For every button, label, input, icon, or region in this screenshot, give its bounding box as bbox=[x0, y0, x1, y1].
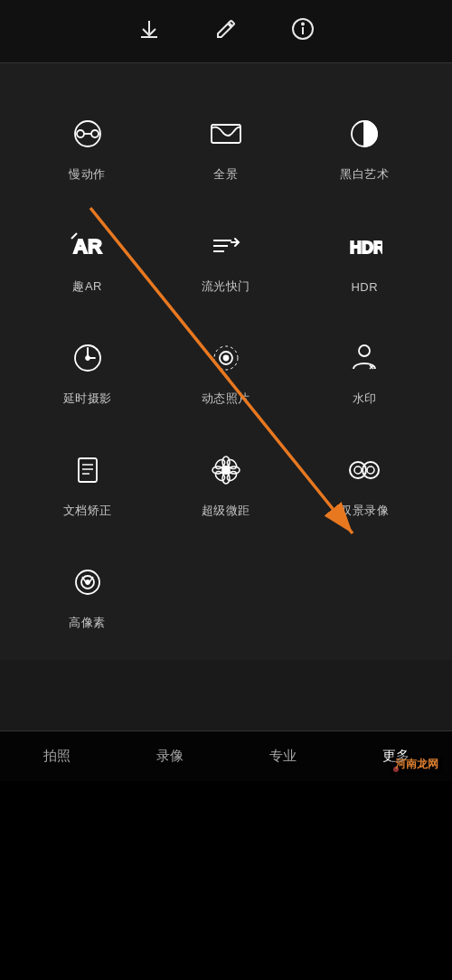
super-macro-icon bbox=[202, 447, 250, 494]
nav-video-label: 录像 bbox=[156, 748, 184, 765]
svg-point-21 bbox=[359, 345, 370, 356]
empty-slot-2 bbox=[296, 539, 434, 651]
grid-item-timelapse[interactable]: 延时摄影 bbox=[18, 315, 156, 427]
svg-point-38 bbox=[367, 466, 374, 474]
svg-text:HDR: HDR bbox=[350, 239, 382, 257]
grid-item-watermark[interactable]: 水印 bbox=[296, 315, 434, 427]
modes-grid: 慢动作 全景 黑白艺术 AR bbox=[18, 90, 434, 651]
grid-item-super-macro[interactable]: 超级微距 bbox=[156, 427, 295, 539]
svg-point-41 bbox=[86, 580, 89, 584]
svg-point-3 bbox=[302, 23, 304, 24]
toolbar bbox=[0, 0, 452, 63]
svg-point-5 bbox=[77, 130, 84, 137]
nav-pro-label: 专业 bbox=[269, 748, 297, 765]
light-flow-icon bbox=[202, 222, 250, 269]
hi-res-icon bbox=[64, 559, 111, 606]
panorama-label: 全景 bbox=[213, 166, 238, 183]
download-icon[interactable] bbox=[137, 17, 161, 46]
empty-slot-1 bbox=[156, 539, 295, 651]
info-icon[interactable] bbox=[291, 17, 315, 46]
live-photo-icon bbox=[202, 335, 250, 382]
watermark-brand: 河南龙网 bbox=[391, 755, 443, 774]
edit-icon[interactable] bbox=[215, 18, 237, 45]
nav-photo-label: 拍照 bbox=[43, 748, 71, 765]
nav-item-photo[interactable]: 拍照 bbox=[43, 748, 71, 765]
doc-correct-icon bbox=[64, 447, 111, 494]
slow-motion-label: 慢动作 bbox=[69, 166, 106, 183]
timelapse-icon bbox=[64, 335, 111, 382]
dual-view-label: 双景录像 bbox=[340, 503, 389, 519]
grid-item-light-flow[interactable]: 流光快门 bbox=[156, 203, 295, 315]
super-macro-label: 超级微距 bbox=[202, 503, 250, 519]
watermark-icon bbox=[341, 335, 388, 382]
svg-point-6 bbox=[91, 130, 99, 137]
grid-item-dual-view[interactable]: 双景录像 bbox=[296, 427, 434, 539]
light-flow-label: 流光快门 bbox=[202, 278, 250, 295]
grid-item-bw-art[interactable]: 黑白艺术 bbox=[296, 90, 434, 203]
svg-point-36 bbox=[363, 462, 379, 478]
live-photo-label: 动态照片 bbox=[202, 391, 250, 407]
nav-item-pro[interactable]: 专业 bbox=[269, 748, 297, 765]
grid-item-ar[interactable]: AR 趣AR bbox=[18, 203, 156, 315]
bw-art-icon bbox=[341, 110, 388, 157]
doc-correct-label: 文档矫正 bbox=[63, 503, 112, 519]
grid-item-live-photo[interactable]: 动态照片 bbox=[156, 315, 295, 427]
watermark-label: 水印 bbox=[353, 391, 377, 407]
ar-label: 趣AR bbox=[72, 278, 102, 295]
hdr-label: HDR bbox=[351, 280, 378, 294]
ar-icon: AR bbox=[64, 222, 111, 269]
modes-grid-area: 慢动作 全景 黑白艺术 AR bbox=[0, 63, 452, 660]
nav-item-video[interactable]: 录像 bbox=[156, 748, 184, 765]
grid-item-doc-correct[interactable]: 文档矫正 bbox=[18, 427, 156, 539]
grid-item-panorama[interactable]: 全景 bbox=[156, 90, 295, 203]
grid-item-slow-motion[interactable]: 慢动作 bbox=[18, 90, 156, 203]
panorama-icon bbox=[202, 110, 250, 157]
svg-point-19 bbox=[223, 356, 228, 361]
timelapse-label: 延时摄影 bbox=[63, 391, 112, 407]
grid-item-hi-res[interactable]: 高像素 bbox=[18, 539, 156, 651]
grid-item-hdr[interactable]: HDR HDR bbox=[296, 203, 434, 315]
bottom-nav: 拍照 录像 专业 更多 bbox=[0, 730, 452, 781]
dual-view-icon bbox=[341, 447, 388, 494]
bw-art-label: 黑白艺术 bbox=[340, 166, 389, 183]
svg-point-37 bbox=[354, 466, 362, 474]
hi-res-label: 高像素 bbox=[69, 615, 106, 631]
slow-motion-icon bbox=[64, 110, 111, 157]
hdr-icon: HDR bbox=[341, 224, 388, 271]
black-bottom-area bbox=[0, 781, 452, 980]
svg-rect-22 bbox=[79, 458, 97, 482]
svg-text:AR: AR bbox=[73, 235, 102, 258]
